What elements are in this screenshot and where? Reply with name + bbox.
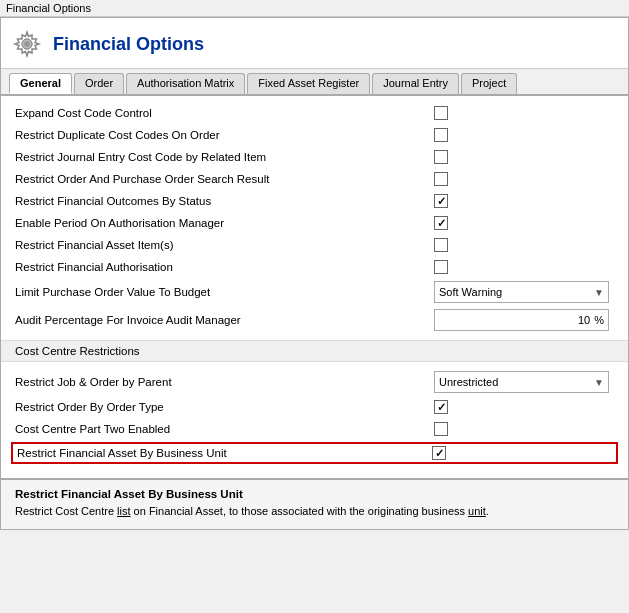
- option-control-expand-cost-code[interactable]: [434, 106, 614, 120]
- option-control-audit-percentage[interactable]: 10%: [434, 309, 614, 331]
- checkbox-restrict-order-by-type[interactable]: [434, 400, 448, 414]
- cost-centre-grid: Restrict Job & Order by ParentUnrestrict…: [1, 362, 628, 472]
- option-label-cost-centre-part-two: Cost Centre Part Two Enabled: [15, 423, 434, 435]
- option-row-restrict-financial-asset-items: Restrict Financial Asset Item(s): [15, 234, 614, 256]
- titlebar-text: Financial Options: [6, 2, 91, 14]
- option-control-limit-purchase-order[interactable]: Soft Warning▼: [434, 281, 614, 303]
- dropdown-limit-purchase-order[interactable]: Soft Warning▼: [434, 281, 609, 303]
- dropdown-restrict-job-order[interactable]: Unrestricted▼: [434, 371, 609, 393]
- header-section: Financial Options: [1, 18, 628, 69]
- tab-general[interactable]: General: [9, 73, 72, 94]
- checkbox-restrict-financial-asset-items[interactable]: [434, 238, 448, 252]
- tab-project[interactable]: Project: [461, 73, 517, 94]
- option-control-restrict-financial-outcomes[interactable]: [434, 194, 614, 208]
- checkbox-restrict-financial-asset-bu[interactable]: [432, 446, 446, 460]
- option-label-restrict-financial-outcomes: Restrict Financial Outcomes By Status: [15, 195, 434, 207]
- content-area: Expand Cost Code ControlRestrict Duplica…: [1, 96, 628, 529]
- tab-journal-entry[interactable]: Journal Entry: [372, 73, 459, 94]
- tabs-bar: GeneralOrderAuthorisation MatrixFixed As…: [1, 69, 628, 96]
- checkbox-restrict-duplicate-cost[interactable]: [434, 128, 448, 142]
- option-control-restrict-financial-asset-bu[interactable]: [432, 446, 612, 460]
- window-body: Financial Options GeneralOrderAuthorisat…: [0, 17, 629, 530]
- option-label-restrict-duplicate-cost: Restrict Duplicate Cost Codes On Order: [15, 129, 434, 141]
- section-header: Cost Centre Restrictions: [1, 340, 628, 362]
- gear-icon: [11, 28, 43, 60]
- checkbox-cost-centre-part-two[interactable]: [434, 422, 448, 436]
- option-control-restrict-journal-entry[interactable]: [434, 150, 614, 164]
- option-control-restrict-financial-asset-items[interactable]: [434, 238, 614, 252]
- option-row-audit-percentage: Audit Percentage For Invoice Audit Manag…: [15, 306, 614, 334]
- tab-order[interactable]: Order: [74, 73, 124, 94]
- svg-point-2: [24, 41, 30, 47]
- option-control-restrict-duplicate-cost[interactable]: [434, 128, 614, 142]
- checkbox-restrict-order-purchase[interactable]: [434, 172, 448, 186]
- tab-fixed-asset-register[interactable]: Fixed Asset Register: [247, 73, 370, 94]
- option-label-restrict-order-by-type: Restrict Order By Order Type: [15, 401, 434, 413]
- option-control-restrict-order-purchase[interactable]: [434, 172, 614, 186]
- option-row-restrict-journal-entry: Restrict Journal Entry Cost Code by Rela…: [15, 146, 614, 168]
- option-label-restrict-job-order: Restrict Job & Order by Parent: [15, 376, 434, 388]
- option-label-enable-period: Enable Period On Authorisation Manager: [15, 217, 434, 229]
- checkbox-expand-cost-code[interactable]: [434, 106, 448, 120]
- page-title: Financial Options: [53, 34, 204, 55]
- tab-authorisation-matrix[interactable]: Authorisation Matrix: [126, 73, 245, 94]
- option-row-limit-purchase-order: Limit Purchase Order Value To BudgetSoft…: [15, 278, 614, 306]
- option-row-restrict-duplicate-cost: Restrict Duplicate Cost Codes On Order: [15, 124, 614, 146]
- option-label-limit-purchase-order: Limit Purchase Order Value To Budget: [15, 286, 434, 298]
- checkbox-restrict-financial-authorisation[interactable]: [434, 260, 448, 274]
- options-grid: Expand Cost Code ControlRestrict Duplica…: [1, 96, 628, 340]
- option-control-enable-period[interactable]: [434, 216, 614, 230]
- option-label-expand-cost-code: Expand Cost Code Control: [15, 107, 434, 119]
- option-label-restrict-financial-asset-bu: Restrict Financial Asset By Business Uni…: [17, 447, 432, 459]
- description-panel: Restrict Financial Asset By Business Uni…: [1, 478, 628, 529]
- option-row-restrict-financial-asset-bu: Restrict Financial Asset By Business Uni…: [11, 442, 618, 464]
- checkbox-restrict-journal-entry[interactable]: [434, 150, 448, 164]
- option-label-restrict-financial-asset-items: Restrict Financial Asset Item(s): [15, 239, 434, 251]
- description-text: Restrict Cost Centre list on Financial A…: [15, 504, 614, 519]
- option-row-restrict-order-by-type: Restrict Order By Order Type: [15, 396, 614, 418]
- option-row-cost-centre-part-two: Cost Centre Part Two Enabled: [15, 418, 614, 440]
- number-input-audit-percentage[interactable]: 10%: [434, 309, 609, 331]
- option-control-restrict-financial-authorisation[interactable]: [434, 260, 614, 274]
- option-row-restrict-financial-outcomes: Restrict Financial Outcomes By Status: [15, 190, 614, 212]
- option-label-restrict-journal-entry: Restrict Journal Entry Cost Code by Rela…: [15, 151, 434, 163]
- option-label-audit-percentage: Audit Percentage For Invoice Audit Manag…: [15, 314, 434, 326]
- option-control-cost-centre-part-two[interactable]: [434, 422, 614, 436]
- option-row-enable-period: Enable Period On Authorisation Manager: [15, 212, 614, 234]
- chevron-down-icon: ▼: [594, 377, 604, 388]
- checkbox-restrict-financial-outcomes[interactable]: [434, 194, 448, 208]
- checkbox-enable-period[interactable]: [434, 216, 448, 230]
- option-row-expand-cost-code: Expand Cost Code Control: [15, 102, 614, 124]
- window-titlebar: Financial Options: [0, 0, 629, 17]
- chevron-down-icon: ▼: [594, 287, 604, 298]
- option-row-restrict-financial-authorisation: Restrict Financial Authorisation: [15, 256, 614, 278]
- description-title: Restrict Financial Asset By Business Uni…: [15, 488, 614, 500]
- option-row-restrict-job-order: Restrict Job & Order by ParentUnrestrict…: [15, 368, 614, 396]
- option-label-restrict-order-purchase: Restrict Order And Purchase Order Search…: [15, 173, 434, 185]
- option-control-restrict-order-by-type[interactable]: [434, 400, 614, 414]
- option-control-restrict-job-order[interactable]: Unrestricted▼: [434, 371, 614, 393]
- option-row-restrict-order-purchase: Restrict Order And Purchase Order Search…: [15, 168, 614, 190]
- option-label-restrict-financial-authorisation: Restrict Financial Authorisation: [15, 261, 434, 273]
